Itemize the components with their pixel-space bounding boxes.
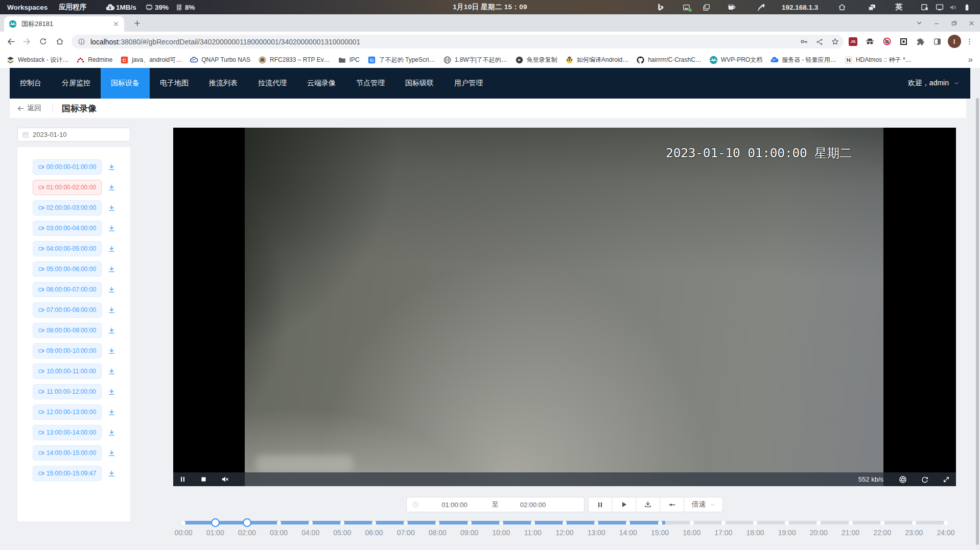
nav-tab-节点管理[interactable]: 节点管理 [346, 68, 395, 99]
nav-tab-云端录像[interactable]: 云端录像 [297, 68, 346, 99]
window-close-button[interactable] [963, 14, 980, 32]
window-menu-chevron[interactable] [911, 14, 928, 32]
record-segment-button[interactable]: 01:00:00-02:00:00 [33, 180, 102, 195]
bookmark-item[interactable]: 了不起的 TypeScri… [367, 56, 435, 64]
bookmark-star-icon[interactable] [831, 37, 839, 46]
bookmark-item[interactable]: Redmine [76, 56, 112, 64]
page-scrollbar-track[interactable] [975, 68, 980, 550]
player-stop-button[interactable] [199, 472, 207, 486]
color-picker-tray-icon[interactable] [757, 0, 765, 14]
record-download-icon[interactable] [108, 429, 115, 437]
record-download-icon[interactable] [108, 470, 115, 477]
display-tray-icon[interactable] [935, 0, 944, 14]
bookmark-item[interactable]: 1.8W字|了不起的… [443, 56, 507, 64]
blocker-extension-icon[interactable] [878, 33, 895, 50]
bookmark-item[interactable]: java、android可… [120, 56, 182, 64]
end-time-value[interactable]: 02:00:00 [500, 501, 566, 509]
password-key-icon[interactable] [800, 37, 808, 46]
frame-extension-icon[interactable] [895, 33, 912, 50]
start-time-value[interactable]: 01:00:00 [419, 501, 490, 509]
timeline-handle[interactable] [243, 518, 251, 527]
home-tray-icon[interactable] [837, 0, 847, 14]
tab-close-icon[interactable] [112, 20, 120, 28]
browser-menu-icon[interactable] [963, 33, 976, 50]
record-segment-button[interactable]: 06:00:00-07:00:00 [33, 282, 102, 297]
bookmarks-overflow-chevron[interactable]: » [965, 52, 976, 68]
bookmark-item[interactable]: HDAtmos :: 种子 *… [844, 56, 912, 64]
screenshot-tray-icon[interactable] [682, 0, 691, 14]
record-segment-button[interactable]: 04:00:00-05:00:00 [33, 241, 102, 256]
input-method-indicator[interactable]: 英 [895, 0, 902, 14]
bookmark-item[interactable]: 如何编译Android… [565, 56, 628, 64]
nav-tab-分屏监控[interactable]: 分屏监控 [52, 68, 101, 99]
record-download-icon[interactable] [108, 163, 115, 171]
record-segment-button[interactable]: 03:00:00-04:00:00 [33, 221, 102, 236]
side-panel-icon[interactable] [929, 33, 946, 50]
record-download-icon[interactable] [108, 306, 115, 314]
address-bar[interactable]: localhost:38080/#/gbRecordDetail/3402000… [72, 35, 844, 49]
player-mute-button[interactable] [220, 472, 229, 486]
site-info-icon[interactable] [78, 38, 85, 45]
bookmark-item[interactable]: WVP-PRO文档 [709, 56, 762, 64]
record-segment-button[interactable]: 10:00:00-11:00:00 [33, 364, 102, 379]
snapshot-button[interactable] [898, 472, 907, 486]
bookmark-item[interactable]: Webstack - 设计… [6, 56, 68, 64]
bing-tray-icon[interactable] [656, 0, 665, 14]
nav-tab-电子地图[interactable]: 电子地图 [150, 68, 199, 99]
record-segment-button[interactable]: 08:00:00-09:00:00 [33, 323, 102, 338]
cup-tray-icon[interactable] [727, 0, 736, 14]
workspaces-button[interactable]: Workspaces [7, 0, 48, 14]
nav-tab-国标设备[interactable]: 国标设备 [101, 68, 150, 99]
window-switch-tray-icon[interactable] [867, 0, 877, 14]
profile-avatar[interactable]: I [946, 33, 963, 50]
record-download-icon[interactable] [108, 347, 115, 355]
record-segment-button[interactable]: 07:00:00-08:00:00 [33, 302, 102, 318]
player-pause-button[interactable] [178, 472, 186, 486]
bookmark-item[interactable]: 服务器 - 轻量应用… [770, 56, 836, 64]
phone-link-tray-icon[interactable] [920, 0, 929, 14]
home-button[interactable] [51, 33, 68, 50]
record-segment-button[interactable]: 14:00:00-15:00:00 [33, 445, 102, 461]
bookmark-item[interactable]: 免登录复制 [515, 56, 557, 64]
nav-tab-国标级联[interactable]: 国标级联 [395, 68, 444, 99]
record-download-icon[interactable] [108, 225, 115, 232]
incognito-extension-icon[interactable] [861, 33, 878, 50]
window-minimize-button[interactable] [928, 14, 945, 32]
seek-button[interactable] [660, 497, 684, 512]
record-download-icon[interactable] [108, 266, 115, 273]
nav-tab-推流列表[interactable]: 推流列表 [199, 68, 248, 99]
battery-tray-icon[interactable] [963, 0, 971, 14]
nav-tab-拉流代理[interactable]: 拉流代理 [248, 68, 297, 99]
time-range-input[interactable]: 01:00:00 至 02:00:00 [406, 497, 585, 512]
player-refresh-button[interactable] [920, 472, 929, 486]
fullscreen-button[interactable] [942, 472, 951, 486]
record-segment-button[interactable]: 15:00:00-15:09:47 [33, 466, 102, 481]
record-segment-button[interactable]: 13:00:00-14:00:00 [33, 425, 102, 440]
record-segment-button[interactable]: 12:00:00-13:00:00 [33, 404, 102, 420]
reload-button[interactable] [34, 33, 52, 50]
record-segment-button[interactable]: 05:00:00-06:00:00 [33, 261, 102, 277]
record-download-icon[interactable] [108, 409, 115, 416]
applications-button[interactable]: 应用程序 [59, 0, 86, 14]
bookmark-item[interactable]: hairrrrr/C-CrashC… [636, 56, 702, 64]
bookmark-item[interactable]: QNAP Turbo NAS [190, 56, 250, 64]
date-picker-input[interactable]: 2023-01-10 [17, 128, 130, 141]
record-download-icon[interactable] [108, 368, 115, 375]
record-download-icon[interactable] [108, 388, 115, 396]
play-button[interactable] [612, 497, 636, 512]
nav-tab-控制台[interactable]: 控制台 [10, 68, 52, 99]
record-segment-button[interactable]: 00:00:00-01:00:00 [33, 159, 102, 175]
record-download-icon[interactable] [108, 184, 115, 192]
new-tab-button[interactable] [130, 16, 144, 30]
record-download-icon[interactable] [108, 204, 115, 212]
record-download-icon[interactable] [108, 286, 115, 294]
browser-tab[interactable]: 国标28181 [4, 16, 124, 32]
record-download-icon[interactable] [108, 449, 115, 457]
js-extension-icon[interactable]: JS [845, 33, 861, 50]
clipboard-tray-icon[interactable] [702, 0, 711, 14]
extensions-puzzle-icon[interactable] [912, 33, 929, 50]
record-segment-button[interactable]: 02:00:00-03:00:00 [33, 200, 102, 216]
record-download-icon[interactable] [108, 245, 115, 253]
ip-address[interactable]: 192.168.1.3 [782, 0, 818, 14]
nav-tab-用户管理[interactable]: 用户管理 [444, 68, 493, 99]
